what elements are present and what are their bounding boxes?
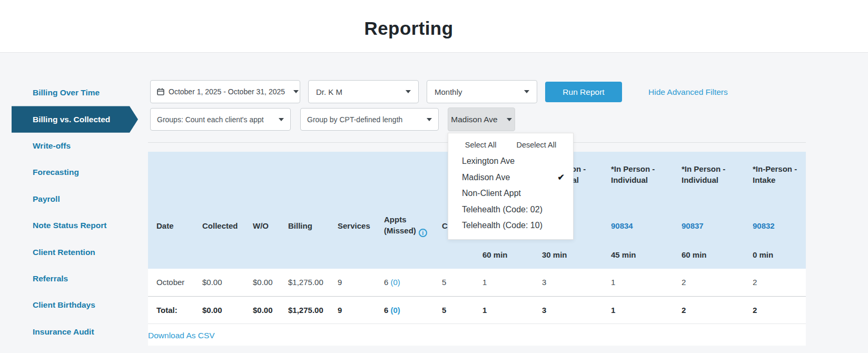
column-title-cpt-4: *In Person - Individual [682,163,744,185]
option-label: Non-Client Appt [462,189,521,198]
location-dropdown-header: Select All Deselect All [448,133,573,153]
sidebar-item-note-status-report[interactable]: Note Status Report [12,212,138,239]
download-csv-link[interactable]: Download As CSV [148,331,215,340]
missed-count: (0) [391,306,400,315]
sidebar-item-label: Payroll [33,194,60,204]
location-option-telehealth-10[interactable]: Telehealth (Code: 10) [448,218,573,234]
period-value: Monthly [435,87,462,96]
duration-cpt-4: 60 min [673,240,744,269]
total-clients: 5 [433,296,474,323]
sidebar-item-label: Client Birthdays [33,300,95,310]
table-duration-row: 60 min 30 min 45 min 60 min 0 min [148,240,806,269]
sidebar-item-write-offs[interactable]: Write-offs [12,133,138,159]
info-icon[interactable]: i [419,229,427,237]
cell-cpt-5: 2 [744,269,806,296]
duration-cpt-1: 60 min [474,240,534,269]
missed-count: (0) [391,278,400,287]
reporting-page: Reporting Billing Over Time Billing vs. … [0,0,868,353]
cell-appts: 6 (0) [376,269,433,296]
sidebar-item-client-retention[interactable]: Client Retention [12,239,138,265]
location-dropdown-panel: Select All Deselect All Lexington Ave Ma… [448,133,574,240]
total-wo: $0.00 [244,296,280,323]
cell-services: 9 [329,269,376,296]
cpt-code-link-5[interactable]: 90832 [753,221,775,230]
cpt-code-link-3[interactable]: 90834 [611,221,633,230]
sidebar-item-label: Write-offs [33,141,71,151]
cell-cpt-1: 1 [474,269,534,296]
date-range-value: October 1, 2025 - October 31, 2025 [169,87,285,96]
cpt-code-link-4[interactable]: 90837 [682,221,704,230]
total-label: Total: [148,296,194,323]
chevron-down-icon [293,90,299,93]
sidebar-item-label: Billing Over Time [33,88,100,97]
location-option-madison-ave[interactable]: Madison Ave ✔ [448,170,573,186]
period-select[interactable]: Monthly [427,80,537,103]
sidebar-item-label: Note Status Report [33,221,106,230]
total-cpt-4: 2 [673,296,744,323]
cell-billing: $1,275.00 [280,269,329,296]
sidebar-item-label: Forecasting [33,168,79,177]
total-cpt-5: 2 [744,296,806,323]
cell-cpt-2: 3 [534,269,603,296]
chevron-down-icon [279,118,284,121]
option-label: Lexington Ave [462,156,515,166]
sidebar-item-insurance-audit[interactable]: Insurance Audit [12,319,138,345]
sidebar-item-billing-over-time[interactable]: Billing Over Time [12,80,138,106]
total-billing: $1,275.00 [280,296,329,323]
report-sidebar: Billing Over Time Billing vs. Collected … [12,80,138,345]
date-range-picker[interactable]: October 1, 2025 - October 31, 2025 [150,80,300,103]
groups-select[interactable]: Groups: Count each client's appt [150,108,291,131]
location-button-label: Madison Ave [451,115,497,124]
sidebar-item-billing-vs-collected[interactable]: Billing vs. Collected [12,106,138,132]
cell-date: October [148,269,194,296]
total-services: 9 [329,296,376,323]
total-collected: $0.00 [194,296,244,323]
duration-cpt-3: 45 min [603,240,673,269]
column-title-cpt-3: *In Person - Individual [611,163,673,185]
sidebar-item-label: Client Retention [33,248,95,257]
sidebar-item-label: Billing vs. Collected [33,115,110,124]
chevron-down-icon [507,118,512,121]
calendar-icon [157,88,164,95]
check-icon: ✔ [558,172,565,182]
cell-clients: 5 [433,269,474,296]
cell-cpt-3: 1 [603,269,673,296]
sidebar-item-label: Insurance Audit [33,327,94,337]
group-by-length-select[interactable]: Group by CPT-defined length [300,108,439,131]
clinician-select[interactable]: Dr. K M [308,80,419,103]
column-header-services: Services [329,211,376,240]
sidebar-item-payroll[interactable]: Payroll [12,186,138,212]
deselect-all-link[interactable]: Deselect All [516,141,556,149]
option-label: Telehealth (Code: 02) [462,205,542,214]
location-option-telehealth-02[interactable]: Telehealth (Code: 02) [448,202,573,218]
column-header-billing: Billing [280,211,329,240]
cell-collected: $0.00 [194,269,244,296]
total-cpt-1: 1 [474,296,534,323]
option-label: Telehealth (Code: 10) [462,221,542,230]
clinician-value: Dr. K M [316,87,342,96]
chevron-down-icon [524,90,529,93]
groups-value: Groups: Count each client's appt [157,115,264,124]
location-filter-button[interactable]: Madison Ave [448,107,515,131]
total-appts: 6 (0) [376,296,433,323]
chevron-down-icon [427,118,432,121]
total-cpt-3: 1 [603,296,673,323]
select-all-link[interactable]: Select All [465,141,497,149]
sidebar-item-client-birthdays[interactable]: Client Birthdays [12,292,138,318]
page-title: Reporting [0,18,817,39]
sidebar-item-referrals[interactable]: Referrals [12,266,138,292]
location-option-lexington-ave[interactable]: Lexington Ave [448,153,573,170]
run-report-button[interactable]: Run Report [545,82,622,102]
sidebar-item-forecasting[interactable]: Forecasting [12,159,138,185]
cell-cpt-4: 2 [673,269,744,296]
column-header-collected: Collected [194,211,244,240]
hide-advanced-filters-link[interactable]: Hide Advanced Filters [648,87,728,97]
column-title-cpt-5: *In-Person - Intake [753,163,806,185]
chevron-down-icon [406,90,411,93]
duration-cpt-2: 30 min [534,240,603,269]
group-by-value: Group by CPT-defined length [307,115,402,124]
top-bar: Reporting [0,0,868,53]
location-option-non-client-appt[interactable]: Non-Client Appt [448,185,573,202]
duration-cpt-5: 0 min [744,240,806,269]
total-cpt-2: 3 [534,296,603,323]
